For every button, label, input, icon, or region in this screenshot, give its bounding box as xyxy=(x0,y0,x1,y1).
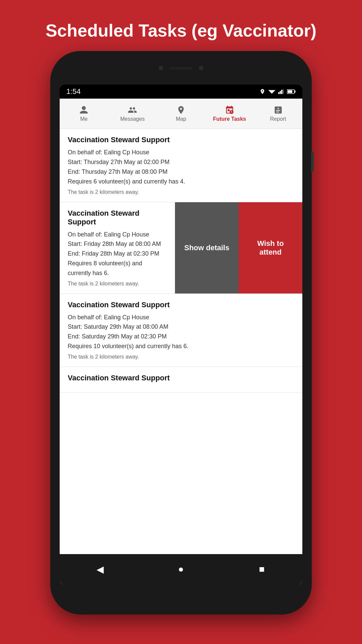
battery-icon xyxy=(287,89,296,94)
status-icons xyxy=(259,89,296,95)
task-behalf-3: On behalf of: Ealing Cp House xyxy=(68,313,294,322)
task-end-1: End: Thursday 27th May at 08:00 PM xyxy=(68,167,294,177)
svg-marker-0 xyxy=(268,90,275,94)
nav-label-me: Me xyxy=(80,116,87,122)
top-nav: Me Messages Map xyxy=(60,99,302,129)
swipe-actions: Show details Wish to attend xyxy=(175,202,302,293)
group-icon xyxy=(128,105,137,115)
nav-label-future-tasks: Future Tasks xyxy=(213,116,246,122)
task-end-3: End: Saturday 29th May at 02:30 PM xyxy=(68,332,294,341)
phone-wrapper: 1:54 xyxy=(50,51,312,614)
task-start-2: Start: Friday 28th May at 08:00 AM xyxy=(68,239,167,249)
task-title-2: Vaccination Steward Support xyxy=(68,209,167,226)
svg-rect-2 xyxy=(280,91,281,94)
map-pin-icon xyxy=(176,105,186,115)
nav-item-report[interactable]: Report xyxy=(254,99,302,128)
task-distance-2: The task is 2 kilometers away. xyxy=(68,281,167,287)
svg-rect-6 xyxy=(295,91,296,93)
svg-rect-7 xyxy=(288,90,292,93)
phone-screen: 1:54 xyxy=(60,85,302,584)
bottom-nav: ◀ ● ■ xyxy=(60,554,302,584)
svg-point-8 xyxy=(230,110,234,114)
svg-rect-1 xyxy=(278,92,280,94)
task-distance-3: The task is 2 kilometers away. xyxy=(68,354,294,360)
nav-item-future-tasks[interactable]: Future Tasks xyxy=(205,99,254,128)
recent-button[interactable]: ■ xyxy=(252,559,272,579)
task-end-2: End: Friday 28th May at 02:30 PM xyxy=(68,249,167,259)
calendar-icon xyxy=(225,105,234,115)
location-icon xyxy=(259,89,265,95)
task-behalf-1: On behalf of: Ealing Cp House xyxy=(68,148,294,157)
svg-rect-4 xyxy=(283,89,284,94)
task-behalf-2: On behalf of: Ealing Cp House xyxy=(68,230,167,239)
person-icon xyxy=(79,105,88,115)
task-card-1: Vaccination Steward Support On behalf of… xyxy=(60,129,302,202)
nav-item-me[interactable]: Me xyxy=(60,99,108,128)
home-button[interactable]: ● xyxy=(171,559,191,579)
signal-icon xyxy=(278,89,284,94)
back-button[interactable]: ◀ xyxy=(90,559,110,579)
wish-to-attend-button[interactable]: Wish to attend xyxy=(239,202,302,293)
status-bar: 1:54 xyxy=(60,85,302,99)
task-distance-1: The task is 2 kilometers away. xyxy=(68,189,294,195)
nav-label-report: Report xyxy=(270,116,286,122)
nav-item-map[interactable]: Map xyxy=(157,99,205,128)
status-time: 1:54 xyxy=(66,87,81,96)
task-requires-1: Requires 6 volunteer(s) and currently ha… xyxy=(68,177,294,186)
nav-label-map: Map xyxy=(176,116,186,122)
task-list: Vaccination Steward Support On behalf of… xyxy=(60,129,302,554)
task-info-3: On behalf of: Ealing Cp House Start: Sat… xyxy=(68,313,294,351)
show-details-button[interactable]: Show details xyxy=(175,202,239,293)
wifi-icon xyxy=(268,89,276,94)
task-start-3: Start: Saturday 29th May at 08:00 AM xyxy=(68,322,294,332)
task-title-4: Vaccination Steward Support xyxy=(68,374,294,382)
nav-label-messages: Messages xyxy=(120,116,145,122)
task-card-4: Vaccination Steward Support xyxy=(60,367,302,393)
task-info-2: On behalf of: Ealing Cp House Start: Fri… xyxy=(68,230,167,278)
task-title-3: Vaccination Steward Support xyxy=(68,301,294,309)
task-requires-2: Requires 8 volunteer(s) and currently ha… xyxy=(68,259,167,278)
task-card-2: Vaccination Steward Support On behalf of… xyxy=(60,202,302,294)
nav-item-messages[interactable]: Messages xyxy=(108,99,157,128)
task-requires-3: Requires 10 volunteer(s) and currently h… xyxy=(68,341,294,351)
page-title: Scheduled Tasks (eg Vaccinator) xyxy=(32,0,330,51)
task-title-1: Vaccination Steward Support xyxy=(68,136,294,144)
report-icon xyxy=(274,105,283,115)
task-card-3: Vaccination Steward Support On behalf of… xyxy=(60,294,302,367)
task-info-1: On behalf of: Ealing Cp House Start: Thu… xyxy=(68,148,294,186)
task-start-1: Start: Thursday 27th May at 02:00 PM xyxy=(68,157,294,167)
svg-rect-3 xyxy=(281,90,283,94)
